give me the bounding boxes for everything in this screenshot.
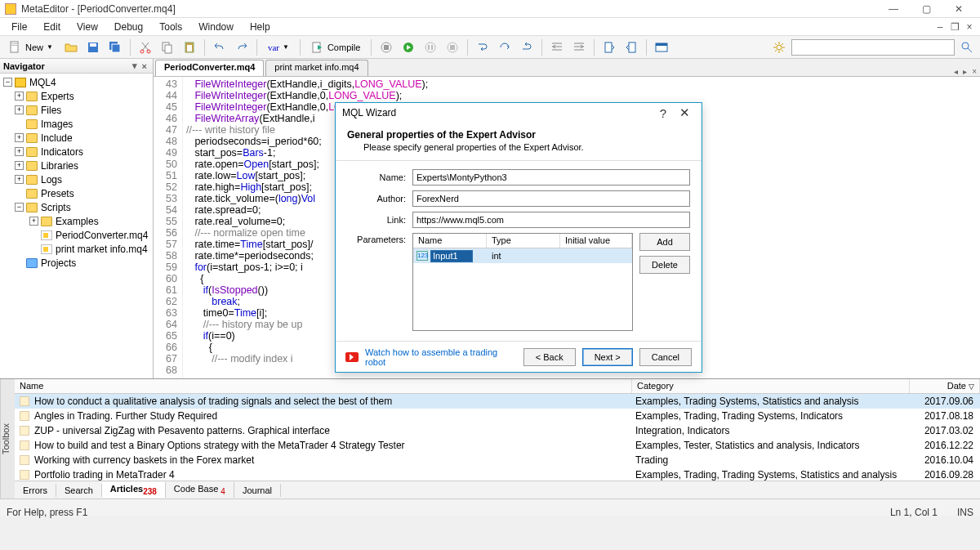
tree-folder-presets[interactable]: Presets [0, 186, 153, 200]
cut-button[interactable] [136, 38, 155, 56]
col-date[interactable]: Date ▽ [910, 379, 980, 393]
menu-file[interactable]: File [3, 20, 35, 34]
debug-stop-button[interactable] [376, 38, 396, 56]
save-all-button[interactable] [105, 38, 125, 56]
menu-view[interactable]: View [69, 20, 106, 34]
navigator-tree[interactable]: −MQL4 +Experts +Files Images +Include +I… [0, 74, 153, 378]
tab-search[interactable]: Search [56, 484, 102, 497]
tree-folder-scripts[interactable]: −Scripts [0, 200, 153, 214]
tab-close-icon[interactable]: × [972, 67, 977, 76]
bookmark-prev-button[interactable] [599, 38, 619, 56]
param-delete-button[interactable]: Delete [639, 256, 690, 274]
copy-button[interactable] [158, 38, 177, 56]
wizard-name-input[interactable] [412, 169, 690, 186]
tree-folder-indicators[interactable]: +Indicators [0, 145, 153, 159]
tree-folder-libraries[interactable]: +Libraries [0, 159, 153, 172]
youtube-icon[interactable] [345, 352, 359, 362]
article-row[interactable]: Portfolio trading in MetaTrader 4Example… [15, 467, 980, 481]
menu-edit[interactable]: Edit [35, 20, 69, 34]
var-button[interactable]: var▼ [262, 38, 295, 56]
tree-folder-experts[interactable]: +Experts [0, 89, 153, 103]
compile-button[interactable]: Compile [305, 38, 366, 56]
save-button[interactable] [83, 38, 103, 56]
minimize-button[interactable]: — [877, 1, 910, 17]
debug-pause-button[interactable] [421, 38, 440, 56]
mdi-restore-icon[interactable]: ❐ [947, 21, 962, 33]
svg-rect-2 [11, 45, 17, 46]
col-name[interactable]: Name [15, 379, 632, 393]
wizard-watch-link[interactable]: Watch how to assemble a trading robot [365, 347, 517, 367]
svg-point-17 [425, 42, 435, 52]
undo-button[interactable] [210, 38, 229, 56]
tab-prev-icon[interactable]: ◂ [954, 67, 958, 76]
tree-folder-include[interactable]: +Include [0, 131, 153, 145]
navigator-close-icon[interactable]: × [140, 61, 149, 71]
tab-printmarket[interactable]: print market info.mq4 [265, 60, 368, 76]
mdi-close-icon[interactable]: × [962, 21, 977, 33]
close-button[interactable]: ✕ [942, 1, 975, 17]
terminal-button[interactable] [652, 38, 671, 56]
svg-rect-23 [629, 42, 635, 52]
wizard-cancel-button[interactable]: Cancel [639, 348, 692, 366]
toolbar-search-input[interactable] [791, 39, 955, 56]
col-category[interactable]: Category [632, 379, 910, 393]
status-bar: For Help, press F1 Ln 1, Col 1 INS [0, 499, 980, 516]
tree-file-periodconverter[interactable]: PeriodConverter.mq4 [0, 228, 153, 242]
wizard-close-icon[interactable]: ✕ [674, 105, 695, 120]
toolbox-rows[interactable]: How to conduct a qualitative analysis of… [15, 394, 980, 481]
menu-window[interactable]: Window [190, 20, 242, 34]
step-out-button[interactable] [517, 38, 537, 56]
redo-button[interactable] [232, 38, 252, 56]
search-go-button[interactable] [957, 38, 977, 56]
wizard-link-input[interactable] [412, 212, 690, 228]
folder-icon [26, 105, 38, 115]
mdi-minimize-icon[interactable]: – [933, 21, 947, 33]
menu-tools[interactable]: Tools [151, 20, 190, 34]
bookmark-next-button[interactable] [621, 38, 641, 56]
wizard-help-icon[interactable]: ? [653, 106, 674, 120]
tree-folder-logs[interactable]: +Logs [0, 172, 153, 186]
paste-button[interactable] [180, 38, 199, 56]
tree-folder-files[interactable]: +Files [0, 103, 153, 117]
wizard-back-button[interactable]: < Back [523, 348, 576, 366]
tree-folder-examples[interactable]: +Examples [0, 214, 153, 228]
step-over-button[interactable] [495, 38, 514, 56]
menu-debug[interactable]: Debug [106, 20, 151, 34]
svg-rect-21 [450, 45, 455, 50]
article-row[interactable]: ZUP - universal ZigZag with Pesavento pa… [15, 423, 980, 438]
navigator-dropdown-icon[interactable]: ▾ [130, 60, 140, 71]
article-row[interactable]: How to build and test a Binary Options s… [15, 438, 980, 453]
indent-left-button[interactable] [547, 38, 567, 56]
tab-journal[interactable]: Journal [234, 484, 281, 497]
maximize-button[interactable]: ▢ [910, 1, 942, 17]
tab-errors[interactable]: Errors [15, 484, 56, 497]
indent-right-button[interactable] [569, 38, 589, 56]
open-button[interactable] [61, 38, 81, 56]
tab-articles[interactable]: Articles238 [102, 482, 166, 498]
tree-folder-projects[interactable]: Projects [0, 256, 153, 270]
wizard-params-table[interactable]: NameTypeInitial value 123 int [412, 233, 633, 331]
step-into-button[interactable] [473, 38, 492, 56]
tab-codebase[interactable]: Code Base 4 [166, 482, 234, 498]
article-row[interactable]: How to conduct a qualitative analysis of… [15, 394, 980, 409]
debug-start-button[interactable] [399, 38, 418, 56]
status-help: For Help, press F1 [7, 507, 87, 518]
param-row[interactable]: 123 int [413, 248, 632, 263]
param-add-button[interactable]: Add [639, 233, 690, 251]
tree-root[interactable]: −MQL4 [0, 75, 153, 89]
new-button[interactable]: New▼ [3, 38, 59, 56]
tab-periodconverter[interactable]: PeriodConverter.mq4 [155, 60, 264, 76]
svg-rect-22 [605, 42, 612, 52]
article-row[interactable]: Working with currency baskets in the For… [15, 453, 980, 467]
wizard-next-button[interactable]: Next > [582, 348, 633, 366]
tab-next-icon[interactable]: ▸ [963, 67, 967, 76]
param-name-input[interactable] [430, 250, 473, 262]
wizard-titlebar[interactable]: MQL Wizard ? ✕ [336, 103, 702, 123]
debug-stop2-button[interactable] [443, 38, 462, 56]
settings-button[interactable] [769, 38, 789, 56]
tree-file-printmarket[interactable]: print market info.mq4 [0, 242, 153, 256]
wizard-author-input[interactable] [412, 190, 690, 207]
article-row[interactable]: Angles in Trading. Further Study Require… [15, 409, 980, 423]
menu-help[interactable]: Help [242, 20, 278, 34]
tree-folder-images[interactable]: Images [0, 117, 153, 131]
